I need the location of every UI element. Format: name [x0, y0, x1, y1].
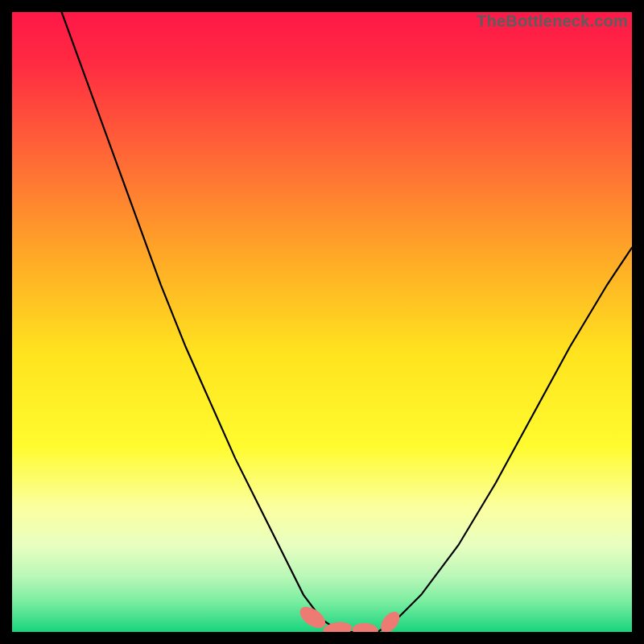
watermark-text: TheBottleneck.com: [477, 12, 628, 31]
chart-frame: [12, 12, 632, 632]
bottleneck-chart: [12, 12, 632, 632]
gradient-background: [12, 12, 632, 632]
